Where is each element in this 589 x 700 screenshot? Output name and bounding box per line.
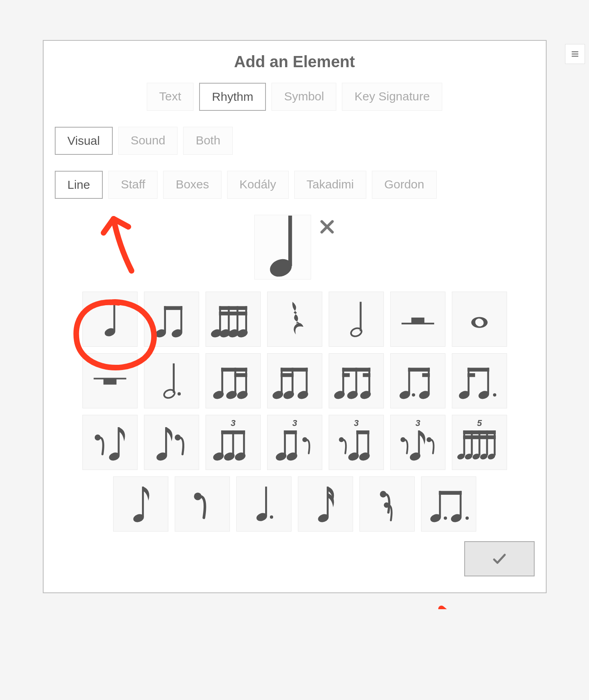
svg-rect-114 <box>463 435 496 439</box>
palette-dotted-quarter[interactable] <box>236 476 292 532</box>
single-sixteenth-icon <box>298 477 353 531</box>
annotation-arrow-right <box>391 603 471 609</box>
palette-sixteenth-rest[interactable] <box>359 476 415 532</box>
svg-point-68 <box>493 393 496 396</box>
svg-rect-6 <box>164 306 182 310</box>
palette-quarter-note[interactable] <box>82 292 138 347</box>
mode-tab-both[interactable]: Both <box>183 127 233 155</box>
svg-point-129 <box>443 516 447 520</box>
single-eighth-icon <box>114 477 168 531</box>
palette-single-eighth[interactable] <box>113 476 168 532</box>
sixteenth-dotted8-icon <box>452 354 507 408</box>
svg-point-20 <box>349 327 362 338</box>
svg-text:5: 5 <box>477 418 482 428</box>
svg-rect-42 <box>280 373 294 377</box>
quarter-rest-icon <box>268 292 322 346</box>
dotted-quarter-icon <box>237 477 291 531</box>
triplet-rest-2eighth-icon: 3 <box>329 415 383 470</box>
whole-rest-icon <box>83 354 137 408</box>
menu-button[interactable] <box>565 44 585 64</box>
palette-two-sixteenth-eighth[interactable] <box>267 353 322 408</box>
dotted-half-icon <box>144 354 199 408</box>
palette-eighth-sixteenth-two[interactable] <box>206 353 261 408</box>
svg-point-60 <box>412 393 415 396</box>
style-tabs: LineStaffBoxesKodályTakadimiGordon <box>55 171 535 199</box>
eighth-eighth-rest-icon <box>144 415 199 470</box>
svg-rect-58 <box>422 373 429 377</box>
palette-eighth-eighth-rest[interactable] <box>144 415 199 470</box>
style-tab-kodály[interactable]: Kodály <box>227 171 289 199</box>
dotted8-dot-eighth-icon <box>421 477 476 531</box>
svg-text:3: 3 <box>415 418 420 428</box>
svg-rect-26 <box>103 379 116 385</box>
svg-rect-57 <box>408 368 429 372</box>
note-palette: 33335 <box>55 292 535 532</box>
palette-sixteenth-dotted8[interactable] <box>452 353 507 408</box>
confirm-button[interactable] <box>464 541 535 576</box>
svg-point-120 <box>270 516 273 519</box>
svg-rect-17 <box>219 306 247 310</box>
palette-eighth-rest-eighth[interactable] <box>82 415 138 470</box>
palette-synco-sixteenth[interactable] <box>329 353 384 408</box>
palette-whole-note[interactable] <box>452 292 507 347</box>
type-tab-text[interactable]: Text <box>147 83 194 111</box>
svg-rect-94 <box>356 430 369 434</box>
eighth-sixteenth-two-icon <box>206 354 260 408</box>
palette-triplet-2eighth-rest[interactable]: 3 <box>267 415 322 470</box>
svg-rect-18 <box>219 312 247 316</box>
sixteenth-four-icon <box>206 292 260 346</box>
quintuplet-16-icon: 5 <box>452 415 507 470</box>
svg-point-29 <box>177 392 180 396</box>
half-rest-icon <box>391 292 445 346</box>
palette-quintuplet-16[interactable]: 5 <box>452 415 507 470</box>
palette-dotted8-dot-eighth[interactable] <box>421 476 476 532</box>
type-tab-rhythm[interactable]: Rhythm <box>199 83 266 111</box>
check-icon <box>491 551 507 567</box>
svg-rect-50 <box>342 373 349 377</box>
synco-sixteenth-icon <box>329 354 383 408</box>
style-tab-boxes[interactable]: Boxes <box>163 171 221 199</box>
palette-whole-rest[interactable] <box>82 353 138 408</box>
sixteenth-rest-icon <box>360 477 414 531</box>
svg-rect-51 <box>363 373 370 377</box>
palette-sixteenth-four[interactable] <box>206 292 261 347</box>
palette-triplet-rest-eighth-rest[interactable]: 3 <box>390 415 445 470</box>
add-element-dialog: Add an Element TextRhythmSymbolKey Signa… <box>43 40 547 593</box>
palette-half-note[interactable] <box>329 292 384 347</box>
eighth-pair-icon <box>144 292 199 346</box>
svg-rect-86 <box>284 430 297 434</box>
svg-point-131 <box>465 516 469 520</box>
style-tab-takadimi[interactable]: Takadimi <box>294 171 366 199</box>
palette-eighth-rest[interactable] <box>175 476 230 532</box>
svg-rect-34 <box>234 373 247 377</box>
palette-dotted-half[interactable] <box>144 353 199 408</box>
svg-text:3: 3 <box>292 418 297 428</box>
mode-tab-sound[interactable]: Sound <box>118 127 178 155</box>
style-tab-staff[interactable]: Staff <box>108 171 158 199</box>
palette-single-sixteenth[interactable] <box>298 476 353 532</box>
type-tabs: TextRhythmSymbolKey Signature <box>55 83 535 111</box>
mode-tab-visual[interactable]: Visual <box>55 127 113 155</box>
dialog-title: Add an Element <box>55 53 535 71</box>
style-tab-line[interactable]: Line <box>55 171 103 199</box>
palette-triplet-eighths[interactable]: 3 <box>206 415 261 470</box>
svg-text:3: 3 <box>353 418 358 428</box>
style-tab-gordon[interactable]: Gordon <box>372 171 437 199</box>
palette-half-rest[interactable] <box>390 292 445 347</box>
svg-rect-49 <box>342 368 370 372</box>
hamburger-icon <box>571 50 579 58</box>
palette-triplet-rest-2eighth[interactable]: 3 <box>329 415 384 470</box>
clear-preview-button[interactable] <box>319 217 335 239</box>
triplet-2eighth-rest-icon: 3 <box>268 415 322 470</box>
svg-point-28 <box>163 388 176 399</box>
palette-quarter-rest[interactable] <box>267 292 322 347</box>
palette-dotted8-16[interactable] <box>390 353 445 408</box>
close-icon <box>319 219 335 235</box>
svg-rect-41 <box>280 368 307 372</box>
preview-current-note <box>254 215 311 280</box>
type-tab-key-signature[interactable]: Key Signature <box>342 83 442 111</box>
palette-eighth-pair[interactable] <box>144 292 199 347</box>
eighth-rest-eighth-icon <box>83 415 137 470</box>
type-tab-symbol[interactable]: Symbol <box>272 83 336 111</box>
svg-rect-65 <box>467 373 475 377</box>
